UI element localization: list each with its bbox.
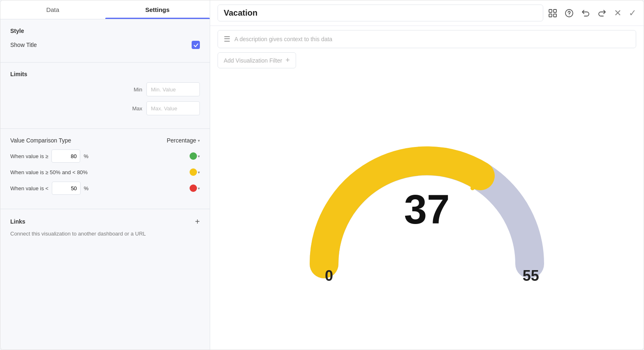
comparison-select[interactable]: Percentage ▾ — [167, 137, 200, 144]
when-value-row-1: When value is ≥ 50% and < 80% ▾ — [10, 168, 200, 176]
main-container: Data Settings Style Show Title Limits — [0, 0, 644, 350]
comparison-value: Percentage — [167, 137, 196, 144]
tabs: Data Settings — [0, 0, 210, 19]
max-row: Max — [10, 101, 200, 115]
min-row: Min — [10, 82, 200, 96]
chevron-down-icon-yellow: ▾ — [198, 170, 200, 175]
links-description: Connect this visualization to another da… — [10, 231, 146, 237]
svg-rect-0 — [549, 9, 552, 12]
comparison-label: Value Comparison Type — [10, 137, 167, 144]
when-value-input-2[interactable] — [52, 182, 81, 195]
min-input[interactable] — [146, 82, 200, 96]
style-label: Style — [10, 28, 200, 34]
max-input[interactable] — [146, 101, 200, 115]
links-label: Links — [10, 218, 195, 225]
color-dot-wrapper-2[interactable]: ▾ — [190, 184, 200, 192]
redo-button[interactable] — [598, 9, 607, 18]
gauge-min: 0 — [325, 267, 333, 285]
limits-label: Limits — [10, 71, 200, 77]
gauge-value: 37 — [404, 189, 449, 230]
color-dot-green — [190, 152, 197, 160]
filter-label: Add Visualization Filter — [224, 57, 282, 64]
left-panel: Data Settings Style Show Title Limits — [0, 0, 210, 350]
svg-rect-2 — [549, 14, 552, 17]
when-value-row-2: When value is < % ▾ — [10, 182, 200, 195]
percent-0: % — [83, 153, 88, 159]
add-link-button[interactable]: + — [195, 217, 200, 226]
chevron-down-icon: ▾ — [198, 138, 200, 143]
top-bar: ✕ ✓ — [210, 0, 644, 26]
color-dot-wrapper-1[interactable]: ▾ — [190, 168, 200, 176]
close-button[interactable]: ✕ — [614, 8, 621, 19]
gauge-wrapper: 37 0 55 — [299, 128, 554, 285]
min-label: Min — [130, 86, 142, 93]
help-button[interactable] — [565, 9, 574, 18]
percent-2: % — [84, 185, 89, 191]
color-dot-red — [190, 184, 197, 192]
filter-bar[interactable]: Add Visualization Filter + — [218, 52, 296, 68]
svg-rect-3 — [554, 14, 556, 17]
confirm-button[interactable]: ✓ — [629, 8, 636, 19]
filter-plus-icon: + — [285, 56, 290, 65]
when-value-input-0[interactable] — [51, 149, 80, 163]
description-placeholder: A description gives context to this data — [234, 36, 332, 42]
comparison-section: Value Comparison Type Percentage ▾ When … — [0, 129, 210, 209]
chevron-down-icon-red: ▾ — [198, 186, 200, 191]
comparison-type-row: Value Comparison Type Percentage ▾ — [10, 137, 200, 144]
color-dot-yellow — [190, 168, 197, 176]
description-bar[interactable]: ☰ A description gives context to this da… — [218, 30, 636, 48]
right-panel: ✕ ✓ ☰ A description gives context to thi… — [210, 0, 644, 350]
when-value-prefix-1: When value is ≥ 50% and < 80% — [10, 169, 88, 175]
undo-button[interactable] — [581, 9, 590, 18]
top-icons: ✕ ✓ — [548, 8, 636, 19]
gauge-container: 37 0 55 — [210, 75, 644, 350]
svg-point-5 — [569, 14, 570, 15]
chevron-down-icon-green: ▾ — [198, 154, 200, 159]
when-value-prefix-2: When value is < — [10, 185, 49, 191]
style-section: Style Show Title — [0, 19, 210, 63]
tab-data[interactable]: Data — [0, 0, 105, 19]
gauge-max: 55 — [523, 267, 539, 285]
svg-rect-1 — [554, 9, 556, 12]
links-section: Links + Connect this visualization to an… — [0, 209, 210, 245]
show-title-label: Show Title — [10, 42, 192, 48]
description-icon: ☰ — [224, 35, 230, 44]
show-title-checkbox[interactable] — [192, 41, 200, 49]
max-label: Max — [130, 105, 142, 112]
visualization-title-input[interactable] — [218, 5, 543, 21]
when-value-prefix-0: When value is ≥ — [10, 153, 48, 159]
color-dot-wrapper-0[interactable]: ▾ — [190, 152, 200, 160]
grid-button[interactable] — [548, 9, 557, 18]
show-title-checkbox-wrapper — [192, 41, 200, 49]
when-value-row-0: When value is ≥ % ▾ — [10, 149, 200, 163]
tab-settings[interactable]: Settings — [105, 0, 210, 19]
links-header: Links + — [10, 217, 200, 226]
show-title-row: Show Title — [10, 41, 200, 49]
limits-section: Limits Min Max — [0, 63, 210, 129]
